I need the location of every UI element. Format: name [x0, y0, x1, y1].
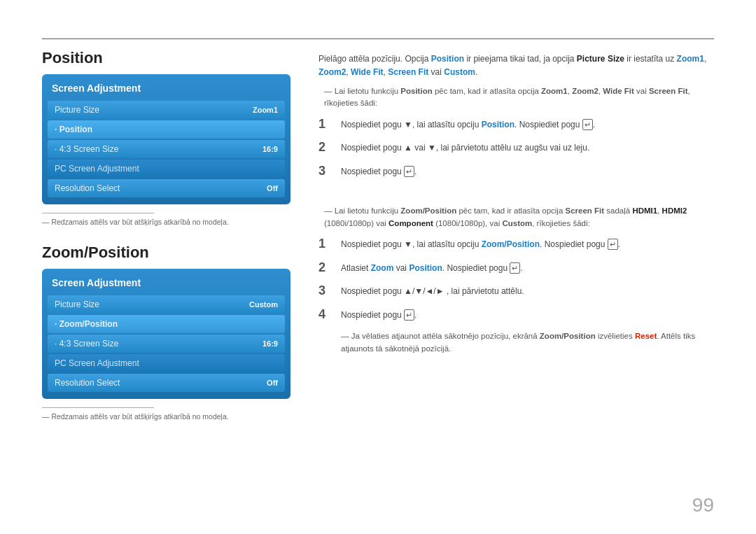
sa2-row-4: Resolution Select Off — [48, 374, 285, 392]
section2-widget-header: Screen Adjustment — [42, 274, 290, 294]
step-text: Nospiediet pogu ↵. — [341, 164, 416, 178]
sa1-value-0: Zoom1 — [253, 106, 278, 114]
section1-note: ― Redzamais attēls var būt atšķirīgs atk… — [42, 218, 290, 226]
sa2-label-2: · 4:3 Screen Size — [55, 339, 118, 349]
sa2-label-1: · Zoom/Position — [55, 319, 118, 329]
sa1-row-2: · 4:3 Screen Size 16:9 — [48, 140, 285, 158]
step-text: Nospiediet pogu ▼, lai atlasītu opciju Z… — [341, 237, 620, 251]
section1-divider — [42, 213, 154, 213]
step-number: 2 — [318, 260, 331, 276]
sa1-label-2: · 4:3 Screen Size — [55, 144, 118, 154]
sa2-row-0: Picture Size Custom — [48, 295, 285, 314]
page-container: Position Screen Adjustment Picture Size … — [0, 0, 756, 534]
section1-steps: 1 Nospiediet pogu ▼, lai atlasītu opciju… — [318, 117, 714, 179]
section2-steps: 1 Nospiediet pogu ▼, lai atlasītu opciju… — [318, 237, 714, 322]
section1-title: Position — [42, 49, 290, 67]
step-number: 3 — [318, 283, 331, 299]
step-item: 3 Nospiediet pogu ↵. — [318, 164, 714, 179]
sa2-value-2: 16:9 — [262, 339, 278, 348]
step-item: 2 Atlasiet Zoom vai Position. Nospiediet… — [318, 260, 714, 276]
sa2-row-1: · Zoom/Position — [48, 315, 285, 333]
sa1-row-3: PC Screen Adjustment — [48, 160, 285, 178]
step-item: 1 Nospiediet pogu ▼, lai atlasītu opciju… — [318, 237, 714, 252]
sa2-label-3: PC Screen Adjustment — [55, 358, 139, 368]
step-item: 4 Nospiediet pogu ↵. — [318, 307, 714, 323]
sa1-label-0: Picture Size — [55, 105, 99, 115]
page-number: 99 — [692, 494, 714, 517]
right-column: Pielāgo attēla pozīciju. Opcija Position… — [318, 49, 714, 438]
sa1-row-1: · Position — [48, 120, 285, 139]
main-content: Position Screen Adjustment Picture Size … — [42, 49, 714, 438]
section2-block: Zoom/Position Screen Adjustment Picture … — [42, 244, 290, 421]
section2-bottom-note: Ja vēlaties atjaunot attēla sākotnējo po… — [341, 330, 714, 355]
step-text: Nospiediet pogu ▲ vai ▼, lai pārvietotu … — [341, 140, 589, 155]
sa1-label-1: · Position — [55, 125, 92, 134]
sa2-row-2: · 4:3 Screen Size 16:9 — [48, 335, 285, 353]
sa2-row-3: PC Screen Adjustment — [48, 354, 285, 372]
step-number: 4 — [318, 307, 331, 323]
right-section1: Pielāgo attēla pozīciju. Opcija Position… — [318, 52, 714, 178]
section1-widget-header: Screen Adjustment — [42, 80, 290, 99]
sa1-value-4: Off — [267, 184, 278, 192]
top-rule — [42, 38, 714, 39]
sa1-label-3: PC Screen Adjustment — [55, 164, 139, 174]
sa2-label-4: Resolution Select — [55, 378, 120, 388]
step-text: Nospiediet pogu ↵. — [341, 307, 416, 322]
step-text: Nospiediet pogu ▲/▼/◄/► , lai pārvietotu… — [341, 283, 524, 298]
section2-note: ― Redzamais attēls var būt atšķirīgs atk… — [42, 412, 290, 421]
section2-sub-note: Lai lietotu funkciju Zoom/Position pēc t… — [318, 205, 714, 230]
sa1-row-4: Resolution Select Off — [48, 179, 285, 197]
left-column: Position Screen Adjustment Picture Size … — [42, 49, 290, 438]
step-item: 3 Nospiediet pogu ▲/▼/◄/► , lai pārvieto… — [318, 283, 714, 299]
section1-block: Position Screen Adjustment Picture Size … — [42, 49, 290, 226]
section1-sub-note: Lai lietotu funkciju Position pēc tam, k… — [318, 85, 714, 110]
sa2-label-0: Picture Size — [55, 300, 99, 309]
step-text: Nospiediet pogu ▼, lai atlasītu opciju P… — [341, 117, 595, 132]
section2-title: Zoom/Position — [42, 244, 290, 262]
step-number: 2 — [318, 140, 331, 155]
sa2-value-0: Custom — [249, 300, 278, 309]
step-text: Atlasiet Zoom vai Position. Nospiediet p… — [341, 260, 523, 275]
right-section-spacer — [318, 198, 714, 205]
step-item: 2 Nospiediet pogu ▲ vai ▼, lai pārvietot… — [318, 140, 714, 155]
step-number: 3 — [318, 164, 331, 179]
step-item: 1 Nospiediet pogu ▼, lai atlasītu opciju… — [318, 117, 714, 132]
step-number: 1 — [318, 237, 331, 252]
section2-bottom-note-wrapper: Ja vēlaties atjaunot attēla sākotnējo po… — [341, 330, 714, 355]
sa1-value-2: 16:9 — [262, 145, 278, 153]
section1-widget: Screen Adjustment Picture Size Zoom1 · P… — [42, 74, 290, 204]
section1-description: Pielāgo attēla pozīciju. Opcija Position… — [318, 52, 714, 78]
right-section2: Lai lietotu funkciju Zoom/Position pēc t… — [318, 205, 714, 354]
sa2-value-4: Off — [267, 379, 278, 387]
step-number: 1 — [318, 117, 331, 132]
section2-divider — [42, 407, 154, 408]
section2-widget: Screen Adjustment Picture Size Custom · … — [42, 269, 290, 399]
sa1-row-0: Picture Size Zoom1 — [48, 101, 285, 119]
sa1-label-4: Resolution Select — [55, 183, 120, 193]
